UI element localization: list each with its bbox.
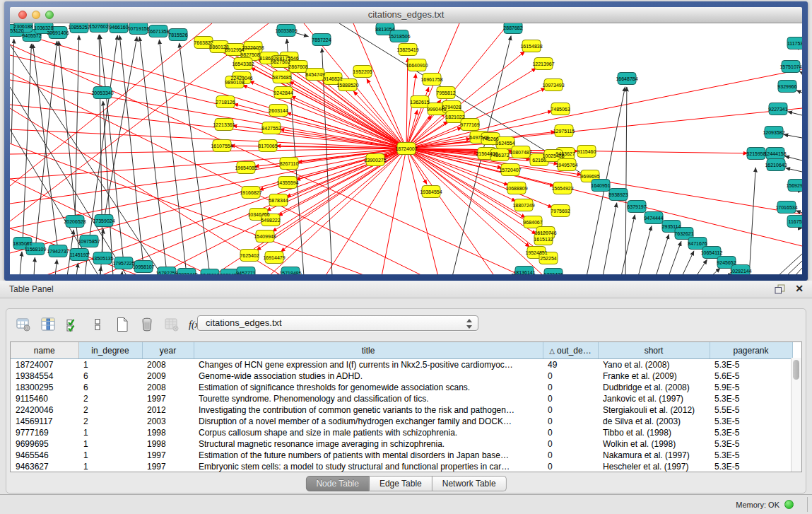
table-cell[interactable]: 5.6E-5	[710, 370, 792, 382]
float-panel-icon[interactable]	[775, 284, 785, 296]
column-chooser-icon[interactable]	[38, 315, 58, 334]
table-cell[interactable]: 0	[543, 461, 598, 472]
table-cell[interactable]: Wolkin et al. (1998)	[598, 438, 710, 450]
table-cell[interactable]: 9777169	[11, 427, 78, 438]
table-cell[interactable]: 2009	[142, 370, 194, 382]
graph-edge[interactable]	[322, 80, 406, 148]
table-cell[interactable]: 1	[78, 359, 142, 371]
delete-icon[interactable]	[137, 315, 157, 334]
table-cell[interactable]: 9699695	[11, 438, 78, 450]
table-cell[interactable]: 1998	[142, 427, 194, 438]
column-header-name[interactable]: name	[11, 342, 78, 359]
table-cell[interactable]: Dudbridge et al. (2008)	[598, 382, 710, 393]
window-titlebar[interactable]: citations_edges.txt	[10, 7, 802, 23]
table-cell[interactable]: Stergiakouli et al. (2012)	[598, 404, 710, 416]
table-cell[interactable]: Hescheler et al. (1997)	[598, 461, 710, 472]
table-scrollbar-thumb[interactable]	[793, 360, 799, 380]
graph-edge[interactable]	[625, 87, 627, 274]
table-row[interactable]: 1872400712008Changes of HCN gene express…	[11, 359, 792, 371]
table-cell[interactable]: Investigating the contribution of common…	[194, 404, 543, 416]
table-cell[interactable]: Structural magnetic resonance image aver…	[194, 438, 543, 450]
network-view-window[interactable]: citations_edges.txt 18724007766382288601…	[4, 1, 808, 281]
table-cell[interactable]: 5.3E-5	[710, 393, 792, 404]
tab-node-table[interactable]: Node Table	[305, 476, 370, 491]
table-cell[interactable]: 9463627	[11, 461, 78, 472]
table-cell[interactable]: 1	[78, 461, 142, 472]
graph-edge[interactable]	[785, 156, 802, 160]
table-cell[interactable]: 49	[543, 359, 598, 371]
table-cell[interactable]: 0	[543, 450, 598, 461]
graph-edge[interactable]	[786, 168, 802, 172]
table-cell[interactable]: 2008	[142, 382, 194, 393]
new-document-icon[interactable]	[112, 315, 132, 334]
select-columns-icon[interactable]	[63, 315, 83, 334]
table-row[interactable]: 946362711997Embryonic stem cells: a mode…	[11, 461, 792, 472]
column-header-in-degree[interactable]: in_degree	[78, 342, 142, 359]
table-cell[interactable]: Genome-wide association studies in ADHD.	[194, 370, 543, 382]
tab-edge-table[interactable]: Edge Table	[370, 476, 433, 491]
table-cell[interactable]: 0	[543, 404, 598, 416]
graph-edge[interactable]	[799, 71, 802, 73]
column-header-title[interactable]: title	[194, 342, 543, 359]
table-cell[interactable]: 0	[543, 393, 598, 404]
table-cell[interactable]: Franke et al. (2009)	[598, 370, 710, 382]
table-row[interactable]: 977716911998Corpus callosum shape and si…	[11, 427, 792, 438]
graph-edge[interactable]	[788, 112, 802, 115]
table-cell[interactable]: 1997	[142, 393, 194, 404]
table-row[interactable]: 946554611997Estimation of the future num…	[11, 450, 792, 461]
tab-network-table[interactable]: Network Table	[433, 476, 507, 491]
graph-edge[interactable]	[20, 252, 22, 274]
table-cell[interactable]: 6	[78, 382, 142, 393]
column-header-short[interactable]: short	[598, 342, 710, 359]
table-cell[interactable]: de Silva et al. (2003)	[598, 416, 710, 427]
table-cell[interactable]: 5.5E-5	[710, 404, 792, 416]
table-cell[interactable]: 2	[78, 416, 142, 427]
table-row[interactable]: 1830029562008Estimation of significance …	[11, 382, 792, 393]
table-cell[interactable]: Corpus callosum shape and size in male p…	[194, 427, 543, 438]
table-cell[interactable]: Nakamura et al. (1997)	[598, 450, 710, 461]
table-cell[interactable]: 1	[78, 438, 142, 450]
table-row[interactable]: 1938455462009Genome-wide association stu…	[11, 370, 792, 382]
graph-edge[interactable]	[682, 251, 694, 274]
table-cell[interactable]: 2008	[142, 359, 194, 371]
table-cell[interactable]: 22420046	[11, 404, 78, 416]
table-cell[interactable]: Embryonic stem cells: a model to study s…	[194, 461, 543, 472]
table-cell[interactable]: 5.3E-5	[710, 438, 792, 450]
table-cell[interactable]: 18300295	[11, 382, 78, 393]
graph-edge[interactable]	[669, 241, 681, 274]
table-row[interactable]: 2242004622012Investigating the contribut…	[11, 404, 792, 416]
graph-edge[interactable]	[749, 168, 755, 274]
graph-edge[interactable]	[34, 257, 35, 274]
table-cell[interactable]: 1	[78, 427, 142, 438]
table-cell[interactable]: 1997	[142, 461, 194, 472]
graph-edge[interactable]	[656, 234, 669, 274]
table-scrollbar[interactable]	[791, 358, 801, 472]
table-cell[interactable]: 5.3E-5	[710, 359, 792, 371]
table-cell[interactable]: 5.3E-5	[710, 416, 792, 427]
graph-edge[interactable]	[784, 134, 802, 138]
table-cell[interactable]: 19384554	[11, 370, 78, 382]
table-cell[interactable]: 2	[78, 393, 142, 404]
column-header-out-de-[interactable]: △out_de…	[543, 342, 598, 359]
graph-edge[interactable]	[353, 91, 406, 148]
table-cell[interactable]: 2012	[142, 404, 194, 416]
table-cell[interactable]: 1997	[142, 450, 194, 461]
table-cell[interactable]: Tibbo et al. (1998)	[598, 427, 710, 438]
table-cell[interactable]: 0	[543, 382, 598, 393]
graph-edge[interactable]	[159, 40, 187, 274]
table-cell[interactable]: 5.3E-5	[710, 427, 792, 438]
table-cell[interactable]: 1998	[142, 438, 194, 450]
network-canvas[interactable]: 1872400776638228860128891295423226058982…	[10, 23, 802, 274]
table-cell[interactable]: 9115460	[11, 393, 78, 404]
graph-edge[interactable]	[75, 35, 79, 221]
graph-edge[interactable]	[603, 203, 617, 274]
table-settings-icon[interactable]	[13, 315, 33, 334]
table-row[interactable]: 969969511998Structural magnetic resonanc…	[11, 438, 792, 450]
table-cell[interactable]: 0	[543, 427, 598, 438]
table-cell[interactable]: 5.9E-5	[710, 382, 792, 393]
column-header-pagerank[interactable]: pagerank	[710, 342, 792, 359]
graph-edge[interactable]	[55, 259, 57, 274]
merge-rows-icon[interactable]	[88, 315, 107, 334]
graph-edge[interactable]	[406, 58, 408, 148]
table-row[interactable]: 1456911722003Disruption of a novel membe…	[11, 416, 792, 427]
